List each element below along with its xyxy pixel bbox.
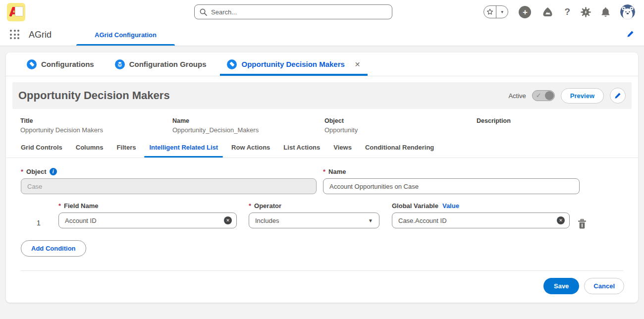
tab-label: Configurations: [41, 60, 94, 68]
record-tab-icon: [227, 59, 237, 69]
search-icon: [200, 8, 207, 16]
clear-global-variable-icon[interactable]: ✕: [557, 216, 565, 224]
notifications-bell-icon[interactable]: [601, 7, 610, 17]
global-header: A ▼ + ?: [0, 0, 644, 24]
tab-opportunity-decision-makers[interactable]: Opportunity Decision Makers ✕: [220, 53, 367, 76]
active-label: Active: [508, 92, 526, 100]
detail-name: Name Opportunity_Decision_Makers: [172, 117, 324, 134]
main-content: Configurations Configuration Groups Oppo…: [0, 46, 644, 303]
object-field-label: * Object i: [21, 168, 317, 175]
subtab-conditional-rendering[interactable]: Conditional Rendering: [365, 144, 434, 158]
tab-configuration-groups[interactable]: Configuration Groups: [108, 53, 214, 76]
subtab-grid-controls[interactable]: Grid Controls: [21, 144, 62, 158]
info-icon[interactable]: i: [50, 168, 57, 175]
label-text: Name: [328, 168, 346, 175]
configuration-card: Configurations Configuration Groups Oppo…: [6, 53, 638, 303]
field-name-label: * Field Name: [58, 202, 237, 210]
favorite-star-icon[interactable]: [484, 6, 496, 18]
pencil-icon: [614, 92, 621, 99]
subtab-intelligent-related-list[interactable]: Intelligent Related List: [149, 144, 218, 158]
user-avatar[interactable]: [620, 4, 635, 19]
workspace-tabs: Configurations Configuration Groups Oppo…: [6, 53, 638, 76]
subtab-row-actions[interactable]: Row Actions: [231, 144, 270, 158]
detail-label: Name: [172, 117, 324, 124]
detail-label: Description: [477, 117, 629, 124]
condition-index: 1: [37, 219, 44, 231]
subtab-columns[interactable]: Columns: [76, 144, 104, 158]
detail-value: Opportunity_Decision_Makers: [172, 126, 324, 134]
nav-tab-agrid-configuration[interactable]: AGrid Configuration: [76, 24, 175, 46]
app-name: AGrid: [29, 30, 52, 40]
active-toggle[interactable]: ✓: [532, 90, 555, 101]
save-button[interactable]: Save: [543, 278, 579, 294]
record-header: Opportunity Decision Makers Active ✓ Pre…: [12, 82, 632, 109]
close-tab-icon[interactable]: ✕: [355, 60, 361, 68]
cancel-button[interactable]: Cancel: [584, 278, 624, 294]
toggle-knob: [545, 91, 554, 100]
required-asterisk: *: [323, 168, 325, 175]
field-name-input[interactable]: [58, 213, 237, 228]
search-input[interactable]: [211, 8, 387, 16]
app-launcher-icon[interactable]: [10, 30, 20, 40]
detail-description: Description: [477, 117, 629, 134]
global-search[interactable]: [194, 4, 392, 19]
form-footer: Save Cancel: [6, 271, 638, 294]
edit-record-button[interactable]: [610, 88, 626, 104]
configuration-groups-icon: [115, 59, 125, 69]
subtab-filters[interactable]: Filters: [116, 144, 136, 158]
operator-label: * Operator: [249, 202, 379, 210]
toggle-check-icon: ✓: [536, 92, 541, 99]
global-actions-icon[interactable]: +: [519, 6, 531, 18]
tab-label: Opportunity Decision Makers: [241, 60, 344, 68]
label-text: Operator: [254, 202, 281, 210]
page-title: Opportunity Decision Makers: [18, 89, 170, 102]
detail-title: Title Opportunity Decision Makers: [20, 117, 172, 134]
subtab-list-actions[interactable]: List Actions: [283, 144, 320, 158]
label-text: Object: [26, 168, 46, 175]
detail-label: Title: [20, 117, 172, 124]
record-details: Title Opportunity Decision Makers Name O…: [6, 109, 638, 134]
object-field-group: * Object i: [21, 168, 317, 194]
related-list-form: * Object i * Name 1: [6, 158, 638, 257]
detail-label: Object: [324, 117, 477, 124]
setup-gear-icon[interactable]: [581, 7, 591, 17]
configuration-subtabs: Grid Controls Columns Filters Intelligen…: [6, 134, 638, 158]
global-variable-group: Global Variable Value ✕: [392, 202, 570, 231]
header-actions: ▼ + ?: [483, 0, 635, 24]
favorites-control[interactable]: ▼: [483, 5, 508, 18]
app-logo[interactable]: A: [7, 3, 25, 21]
global-variable-label: Global Variable: [392, 202, 438, 210]
delete-condition-button[interactable]: [577, 218, 588, 231]
trailhead-icon[interactable]: [541, 7, 554, 17]
label-text: Field Name: [64, 202, 98, 210]
app-nav-bar: AGrid AGrid Configuration: [0, 24, 644, 46]
required-asterisk: *: [21, 168, 23, 175]
subtab-views[interactable]: Views: [333, 144, 352, 158]
configurations-icon: [27, 59, 37, 69]
record-header-actions: Active ✓ Preview: [508, 88, 626, 104]
detail-value: Opportunity: [324, 126, 477, 134]
required-asterisk: *: [58, 202, 61, 210]
nav-edit-pencil-icon[interactable]: [627, 30, 634, 40]
condition-row: 1 * Field Name ✕ * Operator: [21, 202, 623, 231]
detail-value: [477, 126, 629, 134]
value-toggle-link[interactable]: Value: [442, 202, 459, 210]
operator-group: * Operator Includes ▼: [249, 202, 379, 231]
global-variable-label-row: Global Variable Value: [392, 202, 570, 210]
detail-object: Object Opportunity: [324, 117, 477, 134]
preview-button[interactable]: Preview: [561, 88, 604, 104]
clear-field-icon[interactable]: ✕: [224, 216, 232, 224]
logo-grid-icon: [15, 6, 23, 16]
add-condition-button[interactable]: Add Condition: [21, 240, 86, 257]
help-icon[interactable]: ?: [564, 6, 570, 17]
trash-icon: [578, 219, 587, 229]
name-field-group: * Name: [323, 168, 580, 194]
global-variable-input[interactable]: [392, 213, 570, 228]
field-name-group: * Field Name ✕: [58, 202, 237, 231]
name-input[interactable]: [323, 178, 580, 194]
tab-configurations[interactable]: Configurations: [20, 53, 101, 76]
operator-select[interactable]: Includes ▼: [249, 213, 379, 228]
favorites-dropdown-icon[interactable]: ▼: [496, 6, 508, 18]
name-field-label: * Name: [323, 168, 580, 175]
object-input: [21, 178, 317, 194]
